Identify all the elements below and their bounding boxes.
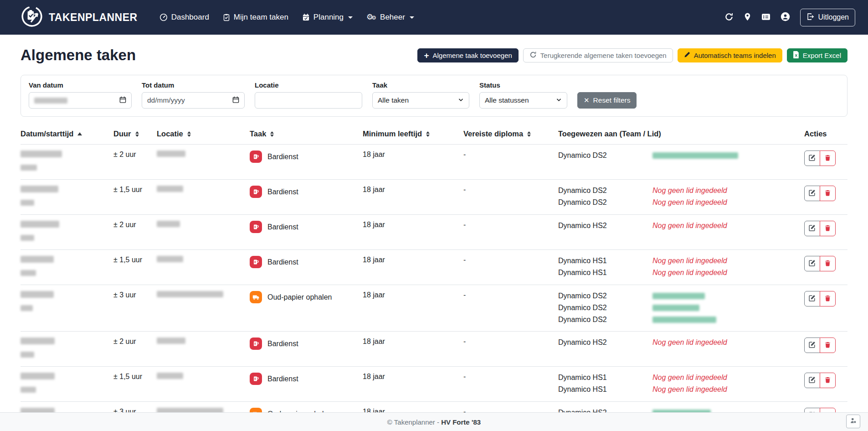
edit-icon [808, 376, 816, 385]
col-header-duur[interactable]: Duur [113, 130, 157, 145]
delete-button[interactable] [820, 186, 836, 201]
brand[interactable]: TAKENPLANNER [21, 5, 138, 30]
table-row: ± 2 uur Bardienst 18 jaar - Dynamico HS2… [21, 332, 847, 367]
edit-button[interactable] [804, 373, 820, 388]
cell-toegewezen: Dynamico HS2 Nog geen lid ingedeeld [558, 215, 804, 250]
edit-button[interactable] [804, 338, 820, 353]
delete-button[interactable] [820, 338, 836, 353]
cell-locatie [157, 250, 250, 285]
nav-label: Beheer [380, 13, 405, 22]
to-date-input[interactable]: dd/mm/yyyy [142, 92, 245, 109]
beer-icon [250, 186, 262, 198]
delete-button[interactable] [820, 291, 836, 306]
export-excel-button[interactable]: Export Excel [787, 48, 847, 62]
no-member-text: Nog geen lid ingedeeld [652, 187, 727, 195]
account-button[interactable] [781, 12, 790, 23]
cell-taak: Bardienst [250, 180, 363, 215]
edit-button[interactable] [804, 151, 820, 166]
redacted-time [21, 352, 34, 358]
redacted-time [21, 305, 33, 311]
edit-button[interactable] [804, 291, 820, 306]
redacted-date [21, 186, 58, 192]
task-label: Bardienst [267, 188, 298, 196]
edit-button[interactable] [804, 221, 820, 236]
reset-filters-button[interactable]: ✕ Reset filters [577, 92, 637, 109]
nav-item-mijn-team-taken[interactable]: Mijn team taken [223, 13, 288, 22]
col-header-locatie[interactable]: Locatie [157, 130, 250, 145]
delete-button[interactable] [820, 256, 836, 271]
recurring-task-button[interactable]: Terugkerende algemene taken toevoegen [523, 48, 673, 62]
no-member-text: Nog geen lid ingedeeld [652, 338, 727, 347]
no-member-text: Nog geen lid ingedeeld [652, 257, 727, 265]
col-header-label: Toegewezen aan (Team / Lid) [558, 130, 661, 138]
nav-item-dashboard[interactable]: Dashboard [159, 13, 209, 22]
col-header-taak[interactable]: Taak [250, 130, 363, 145]
redacted-member-name [652, 293, 705, 299]
col-header-datum[interactable]: Datum/starttijd [21, 130, 113, 145]
cell-leeftijd: 18 jaar [363, 285, 463, 332]
delete-button[interactable] [820, 221, 836, 236]
cell-toegewezen: Dynamico HS2 Nog geen lid ingedeeld [558, 332, 804, 367]
sort-icon [187, 131, 191, 137]
col-header-label: Vereiste diploma [463, 130, 523, 138]
table-row: ± 2 uur Bardienst 18 jaar - Dynamico HS2… [21, 215, 847, 250]
edit-button[interactable] [804, 186, 820, 201]
cell-datum [21, 145, 113, 180]
user-widget-button[interactable] [846, 415, 860, 428]
cell-datum [21, 285, 113, 332]
assignment: Dynamico HS1 Nog geen lid ingedeeld [558, 256, 801, 265]
nav-label: Dashboard [171, 13, 209, 22]
location-button[interactable] [744, 12, 751, 23]
redacted-location [157, 151, 185, 157]
card-list-button[interactable] [761, 13, 770, 22]
delete-button[interactable] [820, 373, 836, 388]
nav-item-planning[interactable]: Planning [302, 13, 353, 22]
cell-diploma: - [463, 180, 558, 215]
nav-item-beheer[interactable]: ⚙⚙ Beheer [366, 13, 414, 22]
assignment: Dynamico DS2 [558, 303, 801, 312]
cell-toegewezen: Dynamico DS2 [558, 145, 804, 180]
cell-acties [804, 367, 847, 402]
cell-taak: Bardienst [250, 145, 363, 180]
col-header-diploma[interactable]: Vereiste diploma [463, 130, 558, 145]
page-title: Algemene taken [21, 47, 136, 64]
location-input[interactable] [255, 92, 362, 109]
redacted-date [21, 221, 59, 228]
task-select[interactable]: Alle taken [372, 92, 469, 109]
beer-icon [250, 151, 262, 163]
assignment-team: Dynamico DS2 [558, 198, 652, 207]
col-header-label: Datum/starttijd [21, 130, 73, 138]
redacted-date [21, 373, 55, 379]
add-task-button[interactable]: + Algemene taak toevoegen [417, 48, 518, 62]
gears-icon: ⚙⚙ [366, 12, 376, 22]
col-header-label: Minimum leeftijd [363, 130, 422, 138]
redacted-member-name [652, 305, 699, 311]
chevron-down-icon [458, 96, 464, 104]
cell-duur: ± 3 uur [113, 285, 157, 332]
edit-button[interactable] [804, 256, 820, 271]
from-date-input[interactable] [29, 92, 132, 109]
delete-button[interactable] [820, 151, 836, 166]
col-header-label: Locatie [157, 130, 183, 138]
auto-assign-button[interactable]: Automatisch teams indelen [678, 48, 782, 62]
redacted-location [157, 221, 180, 227]
excel-file-icon [793, 51, 799, 60]
status-select-value: Alle statussen [485, 96, 529, 104]
auto-assign-label: Automatisch teams indelen [694, 52, 776, 59]
cell-taak: Oud-papier ophalen [250, 285, 363, 332]
redacted-time [21, 270, 36, 276]
logout-button[interactable]: Uitloggen [800, 9, 855, 26]
add-task-label: Algemene taak toevoegen [433, 52, 512, 59]
col-header-leeftijd[interactable]: Minimum leeftijd [363, 130, 463, 145]
cell-leeftijd: 18 jaar [363, 145, 463, 180]
table-row: ± 1,5 uur Bardienst 18 jaar - Dynamico D… [21, 180, 847, 215]
status-select[interactable]: Alle statussen [479, 92, 567, 109]
location-label: Locatie [255, 81, 362, 89]
status-filter-label: Status [479, 81, 567, 89]
person-circle-icon [781, 12, 790, 23]
plus-icon: + [424, 51, 429, 60]
footer-copyright: © Takenplanner - [387, 418, 441, 426]
redacted-location [157, 291, 223, 297]
no-member-text: Nog geen lid ingedeeld [652, 222, 727, 230]
refresh-button[interactable] [724, 12, 734, 23]
